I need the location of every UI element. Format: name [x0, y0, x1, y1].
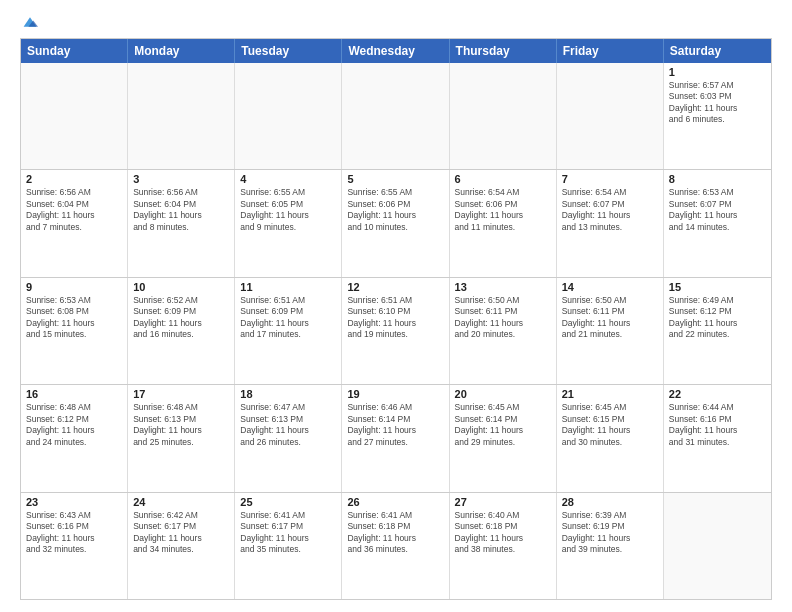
day-info: Sunrise: 6:48 AM Sunset: 6:12 PM Dayligh…	[26, 402, 122, 448]
weekday-header: Saturday	[664, 39, 771, 63]
calendar-cell: 6Sunrise: 6:54 AM Sunset: 6:06 PM Daylig…	[450, 170, 557, 276]
calendar-row: 16Sunrise: 6:48 AM Sunset: 6:12 PM Dayli…	[21, 384, 771, 491]
day-number: 7	[562, 173, 658, 185]
day-number: 22	[669, 388, 766, 400]
day-number: 12	[347, 281, 443, 293]
day-info: Sunrise: 6:45 AM Sunset: 6:14 PM Dayligh…	[455, 402, 551, 448]
weekday-header: Tuesday	[235, 39, 342, 63]
weekday-header: Monday	[128, 39, 235, 63]
weekday-header: Wednesday	[342, 39, 449, 63]
calendar-row: 2Sunrise: 6:56 AM Sunset: 6:04 PM Daylig…	[21, 169, 771, 276]
calendar-cell: 20Sunrise: 6:45 AM Sunset: 6:14 PM Dayli…	[450, 385, 557, 491]
day-info: Sunrise: 6:39 AM Sunset: 6:19 PM Dayligh…	[562, 510, 658, 556]
day-number: 17	[133, 388, 229, 400]
day-number: 1	[669, 66, 766, 78]
weekday-header: Thursday	[450, 39, 557, 63]
calendar-cell	[235, 63, 342, 169]
calendar-cell: 13Sunrise: 6:50 AM Sunset: 6:11 PM Dayli…	[450, 278, 557, 384]
calendar-cell: 11Sunrise: 6:51 AM Sunset: 6:09 PM Dayli…	[235, 278, 342, 384]
day-info: Sunrise: 6:56 AM Sunset: 6:04 PM Dayligh…	[133, 187, 229, 233]
day-info: Sunrise: 6:52 AM Sunset: 6:09 PM Dayligh…	[133, 295, 229, 341]
header	[20, 18, 772, 30]
day-info: Sunrise: 6:48 AM Sunset: 6:13 PM Dayligh…	[133, 402, 229, 448]
calendar-row: 1Sunrise: 6:57 AM Sunset: 6:03 PM Daylig…	[21, 63, 771, 169]
calendar-cell: 21Sunrise: 6:45 AM Sunset: 6:15 PM Dayli…	[557, 385, 664, 491]
day-number: 2	[26, 173, 122, 185]
day-info: Sunrise: 6:45 AM Sunset: 6:15 PM Dayligh…	[562, 402, 658, 448]
calendar-cell: 16Sunrise: 6:48 AM Sunset: 6:12 PM Dayli…	[21, 385, 128, 491]
day-number: 25	[240, 496, 336, 508]
calendar-cell: 4Sunrise: 6:55 AM Sunset: 6:05 PM Daylig…	[235, 170, 342, 276]
day-number: 5	[347, 173, 443, 185]
day-info: Sunrise: 6:43 AM Sunset: 6:16 PM Dayligh…	[26, 510, 122, 556]
calendar-cell: 12Sunrise: 6:51 AM Sunset: 6:10 PM Dayli…	[342, 278, 449, 384]
day-number: 4	[240, 173, 336, 185]
day-info: Sunrise: 6:49 AM Sunset: 6:12 PM Dayligh…	[669, 295, 766, 341]
calendar-cell: 18Sunrise: 6:47 AM Sunset: 6:13 PM Dayli…	[235, 385, 342, 491]
calendar-cell	[664, 493, 771, 599]
day-info: Sunrise: 6:53 AM Sunset: 6:08 PM Dayligh…	[26, 295, 122, 341]
calendar-cell: 5Sunrise: 6:55 AM Sunset: 6:06 PM Daylig…	[342, 170, 449, 276]
day-number: 23	[26, 496, 122, 508]
day-info: Sunrise: 6:42 AM Sunset: 6:17 PM Dayligh…	[133, 510, 229, 556]
day-number: 27	[455, 496, 551, 508]
day-number: 26	[347, 496, 443, 508]
calendar-cell	[128, 63, 235, 169]
calendar-cell: 15Sunrise: 6:49 AM Sunset: 6:12 PM Dayli…	[664, 278, 771, 384]
calendar-cell: 19Sunrise: 6:46 AM Sunset: 6:14 PM Dayli…	[342, 385, 449, 491]
calendar-cell: 1Sunrise: 6:57 AM Sunset: 6:03 PM Daylig…	[664, 63, 771, 169]
day-info: Sunrise: 6:57 AM Sunset: 6:03 PM Dayligh…	[669, 80, 766, 126]
calendar-cell: 28Sunrise: 6:39 AM Sunset: 6:19 PM Dayli…	[557, 493, 664, 599]
day-info: Sunrise: 6:47 AM Sunset: 6:13 PM Dayligh…	[240, 402, 336, 448]
day-number: 6	[455, 173, 551, 185]
day-info: Sunrise: 6:40 AM Sunset: 6:18 PM Dayligh…	[455, 510, 551, 556]
calendar-body: 1Sunrise: 6:57 AM Sunset: 6:03 PM Daylig…	[21, 63, 771, 599]
calendar-cell: 10Sunrise: 6:52 AM Sunset: 6:09 PM Dayli…	[128, 278, 235, 384]
calendar-cell	[450, 63, 557, 169]
day-number: 19	[347, 388, 443, 400]
calendar-cell: 22Sunrise: 6:44 AM Sunset: 6:16 PM Dayli…	[664, 385, 771, 491]
calendar-cell	[21, 63, 128, 169]
day-number: 18	[240, 388, 336, 400]
calendar: SundayMondayTuesdayWednesdayThursdayFrid…	[20, 38, 772, 600]
day-number: 15	[669, 281, 766, 293]
calendar-cell	[342, 63, 449, 169]
day-number: 13	[455, 281, 551, 293]
calendar-cell: 7Sunrise: 6:54 AM Sunset: 6:07 PM Daylig…	[557, 170, 664, 276]
day-info: Sunrise: 6:44 AM Sunset: 6:16 PM Dayligh…	[669, 402, 766, 448]
day-info: Sunrise: 6:50 AM Sunset: 6:11 PM Dayligh…	[455, 295, 551, 341]
calendar-cell: 23Sunrise: 6:43 AM Sunset: 6:16 PM Dayli…	[21, 493, 128, 599]
day-number: 8	[669, 173, 766, 185]
day-number: 20	[455, 388, 551, 400]
calendar-cell: 27Sunrise: 6:40 AM Sunset: 6:18 PM Dayli…	[450, 493, 557, 599]
day-info: Sunrise: 6:41 AM Sunset: 6:18 PM Dayligh…	[347, 510, 443, 556]
day-info: Sunrise: 6:54 AM Sunset: 6:06 PM Dayligh…	[455, 187, 551, 233]
weekday-header: Sunday	[21, 39, 128, 63]
calendar-cell: 25Sunrise: 6:41 AM Sunset: 6:17 PM Dayli…	[235, 493, 342, 599]
weekday-header: Friday	[557, 39, 664, 63]
day-number: 3	[133, 173, 229, 185]
day-info: Sunrise: 6:55 AM Sunset: 6:06 PM Dayligh…	[347, 187, 443, 233]
day-info: Sunrise: 6:53 AM Sunset: 6:07 PM Dayligh…	[669, 187, 766, 233]
day-number: 9	[26, 281, 122, 293]
day-info: Sunrise: 6:56 AM Sunset: 6:04 PM Dayligh…	[26, 187, 122, 233]
calendar-cell: 8Sunrise: 6:53 AM Sunset: 6:07 PM Daylig…	[664, 170, 771, 276]
calendar-cell	[557, 63, 664, 169]
day-info: Sunrise: 6:55 AM Sunset: 6:05 PM Dayligh…	[240, 187, 336, 233]
day-number: 24	[133, 496, 229, 508]
day-info: Sunrise: 6:50 AM Sunset: 6:11 PM Dayligh…	[562, 295, 658, 341]
calendar-cell: 2Sunrise: 6:56 AM Sunset: 6:04 PM Daylig…	[21, 170, 128, 276]
calendar-cell: 9Sunrise: 6:53 AM Sunset: 6:08 PM Daylig…	[21, 278, 128, 384]
calendar-cell: 3Sunrise: 6:56 AM Sunset: 6:04 PM Daylig…	[128, 170, 235, 276]
day-number: 14	[562, 281, 658, 293]
day-info: Sunrise: 6:51 AM Sunset: 6:09 PM Dayligh…	[240, 295, 336, 341]
day-info: Sunrise: 6:41 AM Sunset: 6:17 PM Dayligh…	[240, 510, 336, 556]
day-number: 11	[240, 281, 336, 293]
calendar-row: 9Sunrise: 6:53 AM Sunset: 6:08 PM Daylig…	[21, 277, 771, 384]
logo-icon	[22, 14, 38, 30]
day-info: Sunrise: 6:46 AM Sunset: 6:14 PM Dayligh…	[347, 402, 443, 448]
page: SundayMondayTuesdayWednesdayThursdayFrid…	[0, 0, 792, 612]
day-number: 16	[26, 388, 122, 400]
day-number: 21	[562, 388, 658, 400]
day-info: Sunrise: 6:54 AM Sunset: 6:07 PM Dayligh…	[562, 187, 658, 233]
